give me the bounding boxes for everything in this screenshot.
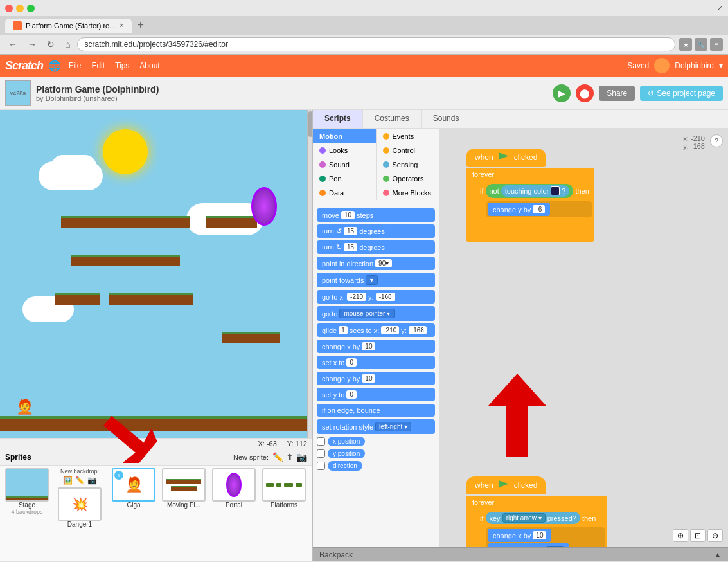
stage-backdrops: 4 backdrops xyxy=(11,509,42,515)
url-input[interactable]: scratch.mit.edu/projects/34597326/#edito… xyxy=(77,37,675,51)
camera-backdrop-btn[interactable]: 📷 xyxy=(87,476,97,485)
globe-icon[interactable]: 🌐 xyxy=(48,60,61,72)
color-swatch-1[interactable] xyxy=(551,186,560,195)
file-menu[interactable]: File xyxy=(66,61,84,70)
point-direction-block[interactable]: point in direction90▾ xyxy=(317,257,435,270)
tab-costumes[interactable]: Costumes xyxy=(363,110,422,128)
help-btn[interactable]: ? xyxy=(710,134,723,147)
if-block-1[interactable]: if not touching color ? xyxy=(476,182,593,233)
tips-menu[interactable]: Tips xyxy=(112,61,132,70)
extension-icon[interactable]: 🔧 xyxy=(695,38,707,51)
close-window-btn[interactable] xyxy=(5,5,13,12)
zoom-controls: ⊕ ⊡ ⊖ xyxy=(673,529,723,542)
tab-scripts[interactable]: Scripts xyxy=(313,110,363,128)
home-button[interactable]: ⌂ xyxy=(62,38,73,51)
tab-sounds[interactable]: Sounds xyxy=(422,110,471,128)
upload-backdrop-btn[interactable]: ✏️ xyxy=(75,476,85,485)
touching-color-block[interactable]: touching color ? xyxy=(501,185,570,197)
change-x-block[interactable]: change x by10 xyxy=(317,340,435,353)
moving-platforms-item[interactable]: Moving Pl... xyxy=(159,468,208,509)
direction-checkbox[interactable] xyxy=(317,462,325,470)
see-project-icon: ↺ xyxy=(648,89,654,98)
turn-ccw-block[interactable]: turn ↺15degrees xyxy=(317,224,435,238)
glide-block[interactable]: glide1secs to x:-210y:-168 xyxy=(317,323,435,337)
left-panel: 🧑‍🦰 X: -63 Y: 112 Sprites New sprite: ✏ xyxy=(0,110,313,561)
zoom-in-btn[interactable]: ⊕ xyxy=(673,529,688,542)
cat-control[interactable]: Control xyxy=(377,143,439,158)
paint-backdrop-btn[interactable]: 🖼️ xyxy=(63,476,73,485)
back-button[interactable]: ← xyxy=(5,38,21,51)
forever-block-1[interactable]: forever if not xyxy=(466,168,594,242)
xy-display: x: -210 y: -168 xyxy=(683,134,705,150)
set-x-block[interactable]: set x to0 xyxy=(317,356,435,369)
when-flag-hat-1[interactable]: when clicked xyxy=(466,149,546,167)
script-canvas[interactable]: ? x: -210 y: -168 when clicked xyxy=(440,129,728,547)
not-block[interactable]: not touching color ? xyxy=(486,184,574,198)
about-menu[interactable]: About xyxy=(137,61,162,70)
key-value[interactable]: right arrow ▾ xyxy=(502,513,546,523)
forever-block-2[interactable]: forever if key right arrow ▾ pressed? xyxy=(466,496,607,547)
cat-operators[interactable]: Operators xyxy=(377,172,439,186)
stop-btn[interactable]: ⬤ xyxy=(576,84,594,102)
set-rotation-block[interactable]: set rotation styleleft-right ▾ xyxy=(317,419,435,434)
portal-sprite-item[interactable]: Portal xyxy=(209,468,258,509)
key-pressed-block[interactable]: key right arrow ▾ pressed? xyxy=(486,512,580,524)
zoom-out-btn[interactable]: ⊖ xyxy=(707,529,723,542)
active-tab[interactable]: Platform Game (Starter) re... ✕ xyxy=(5,19,132,33)
camera-sprite-btn[interactable]: 📷 xyxy=(296,452,307,462)
danger1-thumbnail[interactable]: 💥 xyxy=(58,487,102,521)
when-flag-hat-2[interactable]: when clicked xyxy=(466,476,546,494)
stage-sprite-item[interactable]: Stage 4 backdrops xyxy=(3,468,51,515)
new-tab-btn[interactable]: + xyxy=(132,16,149,35)
cat-sensing[interactable]: Sensing xyxy=(377,158,439,172)
if-on-edge-block[interactable]: if on edge, bounce xyxy=(317,404,435,417)
change-x-10-block[interactable]: change x by 10 xyxy=(488,529,551,542)
cat-looks[interactable]: Looks xyxy=(313,143,376,158)
cat-data[interactable]: Data xyxy=(313,186,376,200)
username[interactable]: Dolphinbird xyxy=(675,61,714,70)
see-project-button[interactable]: ↺ See project page xyxy=(640,86,723,101)
edit-menu[interactable]: Edit xyxy=(89,61,107,70)
new-backdrop-item[interactable]: New backdrop: 🖼️ ✏️ 📷 💥 Danger1 xyxy=(55,468,104,528)
move-block[interactable]: move10steps xyxy=(317,208,435,222)
green-flag-btn[interactable]: ▶ xyxy=(553,84,571,102)
user-avatar[interactable] xyxy=(654,58,670,73)
goto-xy-block[interactable]: go to x:-210y:-168 xyxy=(317,290,435,304)
goto-pointer-block[interactable]: go tomouse-pointer ▾ xyxy=(317,306,435,321)
stage-scrollbar[interactable] xyxy=(307,110,312,438)
cat-events[interactable]: Events xyxy=(377,129,439,143)
minimize-window-btn[interactable] xyxy=(16,5,24,12)
x-position-checkbox[interactable] xyxy=(317,437,325,446)
menu-icon[interactable]: ≡ xyxy=(710,38,723,51)
y-position-var[interactable]: y position xyxy=(317,449,435,458)
set-y-block[interactable]: set y to0 xyxy=(317,388,435,401)
zoom-reset-btn[interactable]: ⊡ xyxy=(690,529,706,542)
stage-canvas[interactable]: 🧑‍🦰 xyxy=(0,110,312,438)
bookmark-icon[interactable]: ★ xyxy=(679,38,692,51)
turn-cw-block[interactable]: turn ↻15degrees xyxy=(317,240,435,254)
maximize-window-btn[interactable] xyxy=(27,5,35,12)
direction-var[interactable]: direction xyxy=(317,461,435,471)
giga-sprite-item[interactable]: 🧑‍🦰 i Giga xyxy=(109,468,158,509)
change-y-neg6-block[interactable]: change y by -6 xyxy=(488,203,550,216)
tab-close-btn[interactable]: ✕ xyxy=(119,22,124,29)
change-y-block[interactable]: change y by10 xyxy=(317,372,435,385)
cat-pen[interactable]: Pen xyxy=(313,172,376,186)
forward-button[interactable]: → xyxy=(24,38,40,51)
backpack-expand-icon[interactable]: ▲ xyxy=(714,550,722,559)
cat-sound[interactable]: Sound xyxy=(313,158,376,172)
upload-sprite-btn[interactable]: ⬆ xyxy=(286,452,294,462)
y-position-checkbox[interactable] xyxy=(317,449,325,458)
cat-moreblocks[interactable]: More Blocks xyxy=(377,186,439,200)
point-dir-90-block[interactable]: point in direction 90▾ xyxy=(488,543,569,547)
user-dropdown-icon[interactable]: ▾ xyxy=(719,61,723,70)
cat-motion[interactable]: Motion xyxy=(313,129,376,143)
x-position-var[interactable]: x position xyxy=(317,437,435,446)
backpack-bar[interactable]: Backpack ▲ xyxy=(313,547,728,561)
paint-sprite-btn[interactable]: ✏️ xyxy=(272,452,283,462)
platforms-sprite-item[interactable]: Platforms xyxy=(260,468,308,509)
share-button[interactable]: Share xyxy=(599,86,635,101)
if-key-block[interactable]: if key right arrow ▾ pressed? then xyxy=(476,510,606,547)
refresh-button[interactable]: ↻ xyxy=(44,38,58,51)
point-towards-block[interactable]: point towards▾ xyxy=(317,273,435,287)
